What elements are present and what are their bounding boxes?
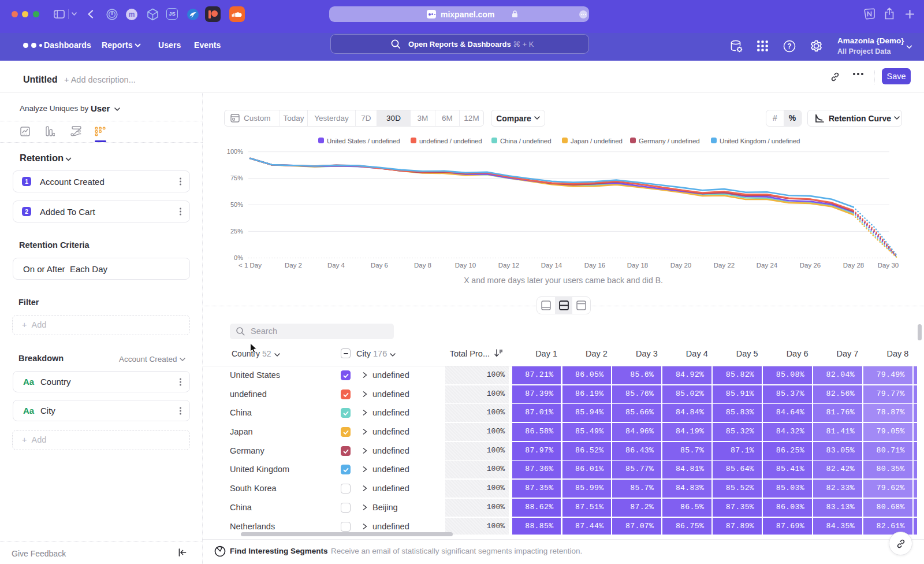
svg-text:?: ? (787, 42, 791, 50)
